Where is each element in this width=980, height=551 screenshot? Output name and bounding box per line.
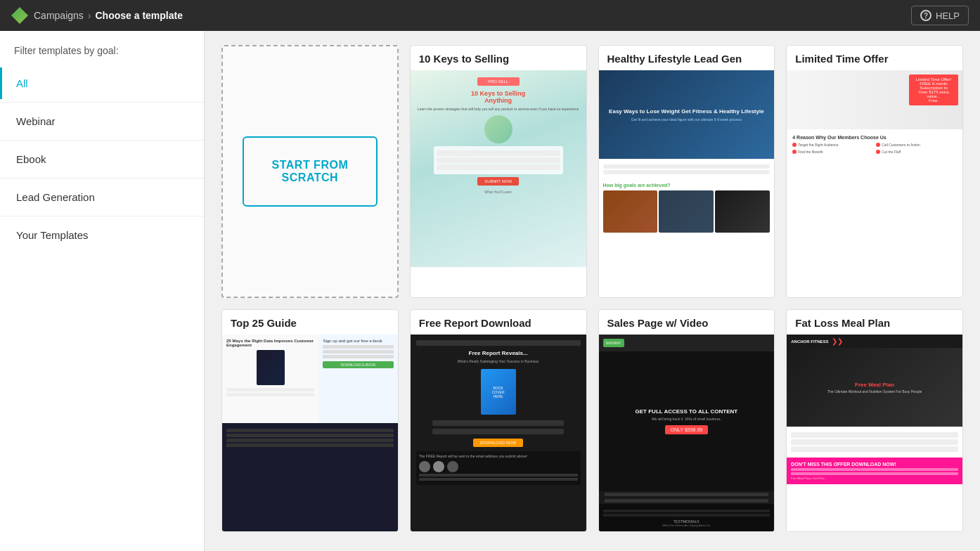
template-card-freereport[interactable]: Free Report Download Free Report Reveals… [410, 309, 587, 532]
sidebar: Filter templates by goal: All Webinar Eb… [0, 31, 205, 551]
preview-salesvideo-hero-sub: We will bring back it. 100s of small bus… [652, 417, 721, 421]
preview-fatloss-form-line3 [791, 446, 958, 452]
preview-top25-btn: DOWNLOAD E-BOOK [323, 361, 393, 368]
preview-top25-lower [222, 423, 398, 531]
templates-grid: START FROM SCRATCH 10 Keys to Selling PR… [221, 45, 963, 532]
preview-limited-offer-text3: Over $175 extra value... [913, 90, 954, 98]
preview-healthy-green-title: How big goals are achieved? [599, 180, 775, 190]
preview-10keys-footer: What You'll Learn [484, 190, 512, 194]
preview-10keys-form-line2 [437, 157, 560, 163]
preview-10keys-subtitle: Learn the proven strategies that will he… [418, 107, 579, 111]
preview-freereport-subtitle: What's Really Sabotaging Your Success in… [458, 359, 539, 363]
app-logo-icon [11, 7, 28, 24]
sidebar-divider-3 [0, 178, 204, 179]
sidebar-item-your-templates[interactable]: Your Templates [0, 219, 204, 251]
preview-freereport-book: BOOKCOVERHERE [481, 369, 516, 415]
preview-limited-content: 4 Reason Why Our Members Choose Us Targe… [787, 129, 962, 160]
breadcrumb-current-page: Choose a template [96, 10, 183, 21]
preview-10keys-form-line3 [437, 164, 560, 170]
sidebar-filter-title: Filter templates by goal: [0, 45, 204, 67]
breadcrumb-campaigns[interactable]: Campaigns [34, 10, 84, 21]
preview-limited-dot2 [876, 143, 880, 147]
preview-top25-lower-line4 [226, 443, 394, 447]
preview-healthy-images [599, 190, 775, 233]
preview-fatloss-form [787, 427, 962, 458]
preview-freereport-input1 [432, 420, 564, 426]
preview-10keys-form [434, 146, 563, 174]
preview-salesvideo-hero: GET FULL ACCESS TO ALL CONTENT We will b… [599, 351, 775, 491]
preview-freereport-lower: The FREE Report will be sent to the emai… [416, 451, 581, 485]
sidebar-divider-4 [0, 216, 204, 216]
app-header: Campaigns › Choose a template ? HELP [0, 0, 980, 31]
preview-limited-dot3 [792, 150, 797, 154]
preview-limited-content-title: 4 Reason Why Our Members Choose Us [792, 135, 957, 140]
preview-fatloss-pink-line2 [791, 472, 958, 475]
preview-salesvideo-testimonials-sub: What Our Clients Are Saying About Us [603, 524, 771, 527]
card-preview-salesvideo: NAVIWAY GET FULL ACCESS TO ALL CONTENT W… [599, 335, 775, 531]
preview-limited-offer-text2: FREE 6 month Subscription to [913, 82, 954, 90]
preview-healthy-img1 [603, 190, 658, 233]
template-card-scratch[interactable]: START FROM SCRATCH [221, 45, 399, 298]
preview-limited-item4: Cut the Fluff [876, 150, 957, 154]
card-preview-10keys: PRO SELL 10 Keys to SellingAnything Lear… [411, 70, 586, 267]
main-layout: Filter templates by goal: All Webinar Eb… [0, 31, 980, 551]
preview-top25-right-line1 [323, 345, 393, 349]
preview-freereport-title: Free Report Reveals... [469, 350, 528, 356]
preview-healthy-hero-title: Easy Ways to Lose Weight Get Fitness & H… [609, 108, 764, 115]
sidebar-item-webinar[interactable]: Webinar [0, 105, 204, 137]
preview-limited-item4-text: Cut the Fluff [882, 150, 901, 154]
help-circle-icon: ? [920, 10, 931, 21]
preview-top25-lower-line2 [226, 434, 394, 437]
preview-limited-item1: Target the Right Audience [792, 143, 873, 147]
preview-10keys-btn: SUBMIT NOW [477, 177, 519, 186]
card-title-top25: Top 25 Guide [222, 310, 398, 335]
help-label: HELP [936, 11, 960, 21]
sidebar-item-ebook[interactable]: Ebook [0, 143, 204, 175]
preview-salesvideo-footer-line2 [603, 514, 771, 517]
template-card-fatloss[interactable]: Fat Loss Meal Plan ANCHOR FITNESS ❯❯ Fre… [786, 309, 963, 532]
template-card-salesvideo[interactable]: Sales Page w/ Video NAVIWAY GET FULL ACC… [598, 309, 775, 532]
preview-top25-lower-line1 [226, 429, 394, 432]
template-card-limited[interactable]: Limited Time Offer Limited Time Offer! F… [786, 45, 963, 298]
preview-10keys-logo: PRO SELL [477, 77, 520, 86]
card-title-salesvideo: Sales Page w/ Video [599, 310, 775, 335]
sidebar-item-all[interactable]: All [0, 67, 204, 99]
preview-salesvideo-hero-title: GET FULL ACCESS TO ALL CONTENT [636, 408, 738, 415]
preview-salesvideo-logo-badge: NAVIWAY [603, 339, 624, 347]
card-title-freereport: Free Report Download [411, 310, 586, 335]
preview-fatloss-logo: ANCHOR FITNESS [791, 339, 828, 344]
preview-10keys-title: 10 Keys to SellingAnything [471, 90, 525, 104]
preview-limited-item1-text: Target the Right Audience [798, 143, 838, 147]
preview-fatloss-hero: Free Meal Plan The Ultimate Workout and … [787, 348, 962, 427]
preview-freereport-lower-text: The FREE Report will be sent to the emai… [419, 454, 578, 458]
preview-top25-left-line2 [226, 393, 314, 396]
preview-healthy-form-line1 [603, 164, 771, 169]
preview-limited-item2: Call Customers to Action [876, 143, 957, 147]
preview-top25-right-line3 [323, 355, 393, 358]
preview-salesvideo-logo-bar: NAVIWAY [599, 335, 775, 351]
preview-fatloss-chevron: ❯❯ [832, 337, 843, 345]
preview-limited-banner: Limited Time Offer! FREE 6 month Subscri… [787, 70, 962, 129]
card-title-10keys: 10 Keys to Selling [411, 46, 586, 70]
preview-healthy-form-line2 [603, 170, 771, 174]
preview-fatloss-hero-title: Free Meal Plan [855, 382, 894, 388]
preview-fatloss-form-line2 [791, 439, 958, 445]
card-preview-limited: Limited Time Offer! FREE 6 month Subscri… [787, 70, 962, 267]
sidebar-item-lead-generation[interactable]: Lead Generation [0, 181, 204, 213]
preview-fatloss-pink-sub: Free Meal Plans You'll Get... [791, 477, 958, 480]
template-card-top25[interactable]: Top 25 Guide 25 Ways the Right Data Impr… [221, 309, 399, 532]
help-button[interactable]: ? HELP [911, 6, 969, 25]
preview-10keys-form-line1 [437, 150, 560, 156]
preview-limited-item3-text: Find the Benefit [798, 150, 823, 154]
template-card-healthy[interactable]: Healthy Lifestyle Lead Gen Easy Ways to … [598, 45, 775, 298]
preview-healthy-img3 [715, 190, 770, 233]
template-card-10keys[interactable]: 10 Keys to Selling PRO SELL 10 Keys to S… [410, 45, 587, 298]
card-preview-fatloss: ANCHOR FITNESS ❯❯ Free Meal Plan The Ult… [787, 335, 962, 531]
card-title-healthy: Healthy Lifestyle Lead Gen [599, 46, 775, 70]
preview-salesvideo-line1 [605, 493, 769, 496]
card-preview-freereport: Free Report Reveals... What's Really Sab… [411, 335, 586, 531]
preview-top25-right-line2 [323, 350, 393, 354]
preview-salesvideo-line2 [605, 499, 769, 503]
preview-limited-offer-text4: Free. [913, 98, 954, 103]
preview-top25-left-title: 25 Ways the Right Data Improves Customer… [226, 339, 314, 347]
